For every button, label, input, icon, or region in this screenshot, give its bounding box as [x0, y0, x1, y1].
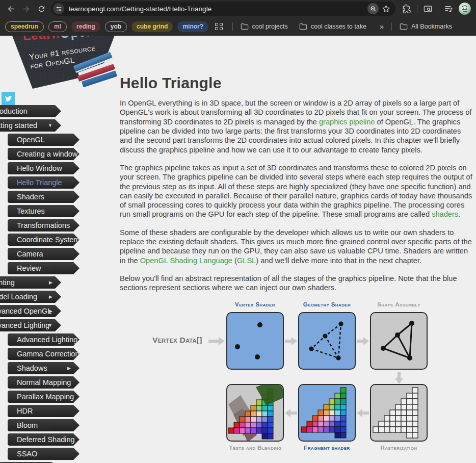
- stage-label-geometry-shader: Geometry Shader: [298, 301, 356, 307]
- vertex-shader-art: [227, 313, 283, 369]
- zoom-indicator-button[interactable]: [367, 3, 379, 14]
- extensions-button[interactable]: [400, 2, 414, 16]
- sidebar-item-camera[interactable]: Camera: [8, 248, 80, 260]
- logo-title-opengl: OpenGL: [60, 36, 114, 41]
- stage-label-fragment-shader: Fragment shader: [298, 445, 356, 451]
- star-icon: [382, 5, 390, 13]
- chevron-down-icon: ▼: [48, 123, 52, 128]
- paragraph-2: The graphics pipeline takes as input a s…: [120, 163, 474, 219]
- forward-button[interactable]: [18, 2, 34, 16]
- apps-grid-button[interactable]: [215, 23, 223, 31]
- geometry-shader-art: [299, 313, 355, 369]
- link-graphics-pipeline[interactable]: graphics pipeline: [319, 118, 375, 126]
- stage-label-shape-assembly: Shape Assembly: [370, 301, 428, 307]
- chevron-right-icon: ▶: [49, 294, 52, 299]
- sidebar-item-advanced-lighting[interactable]: Advanced Lighting: [8, 333, 80, 346]
- sidebar-item-label: Transformations: [17, 221, 70, 229]
- tab-group-chip[interactable]: minor?: [177, 21, 208, 32]
- side-panel-search-button[interactable]: [420, 2, 435, 16]
- stage-box-shape-assembly: [370, 312, 428, 370]
- tab-group-chip[interactable]: speedrun: [5, 21, 44, 32]
- sidebar-item-hello-triangle[interactable]: Hello Triangle: [8, 176, 80, 189]
- link-opengl-shading-language[interactable]: OpenGL Shading Language: [140, 256, 232, 265]
- sidebar-item-label: Lighting: [0, 278, 15, 287]
- paragraph-text: ) and we'll delve more into that in the …: [256, 256, 421, 265]
- sidebar-item-label: Getting started: [0, 121, 37, 130]
- reload-button[interactable]: [34, 2, 49, 16]
- reload-icon: [37, 5, 46, 13]
- site-info-button[interactable]: [53, 3, 64, 14]
- sidebar-item-label: Advanced Lighting: [0, 321, 49, 329]
- sidebar-item-creating-a-window[interactable]: Creating a window: [8, 148, 80, 160]
- sidebar-item-opengl[interactable]: OpenGL: [8, 134, 80, 146]
- forward-icon: [22, 5, 31, 13]
- sidebar-item-gamma-correction[interactable]: Gamma Correction: [8, 348, 80, 360]
- twitter-button[interactable]: [2, 92, 15, 105]
- sidebar-item-introduction[interactable]: Introduction: [0, 105, 61, 117]
- bookmark-star-button[interactable]: [379, 2, 393, 16]
- sidebar-item-label: Shaders: [17, 193, 44, 201]
- main-content: Hello Triangle In OpenGL everything is i…: [120, 36, 474, 455]
- paragraph-3: Some of these shaders are configurable b…: [120, 228, 474, 265]
- sidebar-item-shaders[interactable]: Shaders: [8, 191, 80, 203]
- tab-group-chip[interactable]: yob: [105, 21, 127, 32]
- profile-avatar[interactable]: [459, 3, 471, 15]
- sidebar-item-textures[interactable]: Textures: [8, 205, 80, 217]
- media-queue-icon: [444, 4, 454, 14]
- paragraph-text: Below you'll find an abstract representa…: [120, 274, 457, 292]
- chevron-down-icon: ▼: [48, 323, 52, 328]
- sidebar-item-label: HDR: [17, 407, 33, 415]
- sidebar-item-transformations[interactable]: Transformations: [8, 219, 80, 232]
- all-bookmarks-button[interactable]: All Bookmarks: [400, 23, 471, 30]
- sidebar-item-ssao[interactable]: SSAO: [8, 448, 80, 460]
- sidebar-item-label: Model Loading: [0, 293, 37, 301]
- logo-title-learn: Learn: [22, 36, 61, 43]
- sidebar-item-advanced-lighting[interactable]: Advanced Lighting▼: [0, 319, 61, 331]
- paragraph-text: The graphics pipeline takes as input a s…: [120, 164, 472, 219]
- sidebar-item-model-loading[interactable]: Model Loading▶: [0, 291, 61, 303]
- stage-box-tests-and-blending: [226, 384, 284, 442]
- media-controls-button[interactable]: [441, 2, 456, 16]
- link-shaders[interactable]: shaders: [432, 210, 458, 218]
- back-button[interactable]: [3, 2, 18, 16]
- back-icon: [7, 5, 15, 13]
- sidebar-item-label: Advanced Lighting: [17, 336, 77, 344]
- site-logo[interactable]: LearnOpenGL Your #1 resource for OpenGL: [3, 36, 118, 90]
- bookmarks-overflow-button[interactable]: »: [380, 22, 384, 31]
- sidebar-item-parallax-mapping[interactable]: Parallax Mapping: [8, 391, 80, 403]
- tests-and-blending-art: [227, 385, 283, 441]
- bookmark-folder[interactable]: cool classes to take: [299, 23, 366, 30]
- bookmark-folder[interactable]: cool projects: [241, 23, 288, 30]
- tab-group-chip[interactable]: cube grind: [131, 21, 173, 32]
- sidebar-item-getting-started[interactable]: Getting started▼: [0, 119, 61, 132]
- sidebar-item-label: Gamma Correction: [17, 350, 79, 358]
- all-bookmarks-label: All Bookmarks: [411, 23, 452, 30]
- sidebar-item-lighting[interactable]: Lighting▶: [0, 276, 61, 289]
- paragraph-4: Below you'll find an abstract representa…: [120, 274, 474, 293]
- sidebar-item-normal-mapping[interactable]: Normal Mapping: [8, 376, 80, 389]
- sidebar-item-coordinate-systems[interactable]: Coordinate Systems: [8, 234, 80, 246]
- address-bar[interactable]: learnopengl.com/Getting-started/Hello-Tr…: [51, 2, 395, 16]
- sidebar-item-hello-window[interactable]: Hello Window: [8, 162, 80, 174]
- bookmarks-separator: [232, 22, 233, 31]
- sidebar-item-deferred-shading[interactable]: Deferred Shading: [8, 433, 80, 446]
- page-body: LearnOpenGL Your #1 resource for OpenGL …: [0, 36, 476, 463]
- sidebar-item-label: Introduction: [0, 107, 28, 115]
- sidebar-item-label: Hello Triangle: [17, 178, 62, 187]
- bookmarks-bar: speedrunmlredingyobcube grindminor? cool…: [0, 17, 476, 36]
- link-glsl[interactable]: GLSL: [237, 256, 256, 265]
- sidebar-item-hdr[interactable]: HDR: [8, 405, 80, 417]
- sidebar-item-shadows[interactable]: Shadows▶: [8, 362, 80, 374]
- url-text[interactable]: learnopengl.com/Getting-started/Hello-Tr…: [69, 5, 367, 13]
- tab-group-chip[interactable]: reding: [71, 21, 100, 32]
- toolbar-separator: [417, 5, 417, 13]
- sidebar-item-review[interactable]: Review: [8, 262, 80, 274]
- sidebar-item-label: Review: [17, 264, 41, 272]
- sidebar-item-advanced-opengl[interactable]: Advanced OpenGL▶: [0, 305, 61, 317]
- site-info-tune-icon: [56, 6, 62, 12]
- sidebar-item-bloom[interactable]: Bloom: [8, 419, 80, 431]
- tab-group-chip[interactable]: ml: [48, 21, 67, 32]
- sidebar-item-label: Normal Mapping: [17, 378, 71, 387]
- sidebar-item-label: Parallax Mapping: [17, 393, 74, 401]
- page-title: Hello Triangle: [120, 74, 474, 92]
